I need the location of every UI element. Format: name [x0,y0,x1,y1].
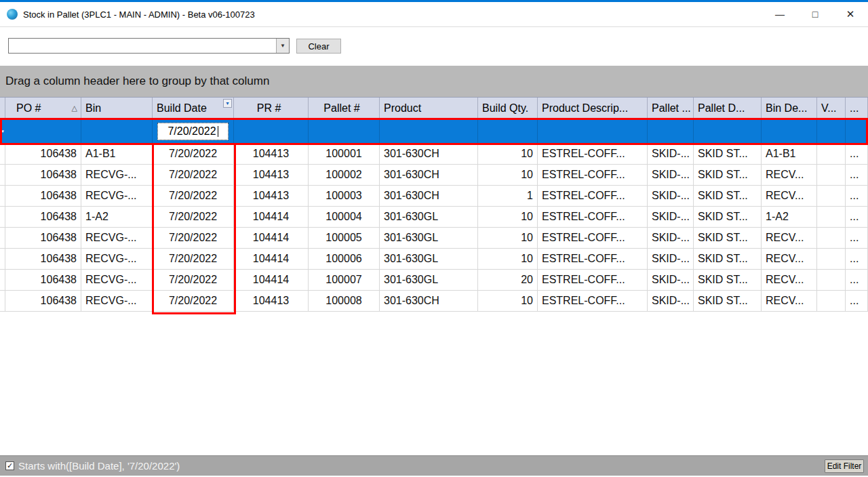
cell-build-date[interactable]: 7/20/2022 [153,144,234,164]
cell-product[interactable]: 301-630GL [380,207,478,227]
cell-po[interactable]: 106438 [5,291,81,311]
cell-product[interactable]: 301-630GL [380,228,478,248]
cell-product[interactable]: 301-630CH [380,291,478,311]
cell-pallet[interactable]: 100008 [309,291,380,311]
table-row[interactable]: 106438RECVG-...7/20/2022104414100005301-… [0,228,868,249]
table-row[interactable]: 106438RECVG-...7/20/2022104413100003301-… [0,186,868,207]
cell-v[interactable] [817,249,846,269]
cell-bin[interactable]: RECVG-... [81,228,153,248]
cell-po[interactable]: 106438 [5,270,81,290]
cell-pr[interactable]: 104413 [234,144,309,164]
cell-more[interactable]: ... [846,165,868,185]
cell-product-descrip[interactable]: ESTREL-COFF... [538,207,648,227]
cell-pallet[interactable]: SKID-... [648,207,694,227]
filter-cell-pallet-d[interactable] [694,119,762,144]
cell-build-qty[interactable]: 10 [478,291,538,311]
cell-product-descrip[interactable]: ESTREL-COFF... [538,228,648,248]
cell-build-date[interactable]: 7/20/2022 [153,249,234,269]
cell-more[interactable]: ... [846,291,868,311]
cell-build-qty[interactable]: 10 [478,228,538,248]
cell-bin-de[interactable]: A1-B1 [762,144,817,164]
cell-pallet[interactable]: SKID-... [648,144,694,164]
cell-build-qty[interactable]: 10 [478,249,538,269]
cell-build-qty[interactable]: 1 [478,186,538,206]
table-row[interactable]: 106438RECVG-...7/20/2022104414100006301-… [0,249,868,270]
filter-cell-po[interactable] [5,119,81,144]
filter-cell-bin[interactable] [81,119,153,144]
cell-bin-de[interactable]: RECV... [762,186,817,206]
filter-cell-v[interactable] [817,119,846,144]
cell-product-descrip[interactable]: ESTREL-COFF... [538,249,648,269]
cell-po[interactable]: 106438 [5,249,81,269]
cell-pallet[interactable]: 100003 [309,186,380,206]
cell-pallet[interactable]: 100007 [309,270,380,290]
filter-cell-build-date[interactable]: 7/20/2022 [153,119,234,144]
filter-cell-build-qty[interactable] [478,119,538,144]
cell-po[interactable]: 106438 [5,165,81,185]
table-row[interactable]: 106438RECVG-...7/20/2022104413100008301-… [0,291,868,312]
cell-build-date[interactable]: 7/20/2022 [153,228,234,248]
cell-pallet[interactable]: 100004 [309,207,380,227]
filter-cell-product-descrip[interactable] [538,119,648,144]
cell-pallet[interactable]: SKID-... [648,291,694,311]
cell-pallet-d[interactable]: SKID ST... [694,144,762,164]
cell-pallet[interactable]: SKID-... [648,249,694,269]
cell-product[interactable]: 301-630CH [380,186,478,206]
cell-build-qty[interactable]: 20 [478,270,538,290]
cell-build-qty[interactable]: 10 [478,144,538,164]
cell-more[interactable]: ... [846,144,868,164]
cell-bin[interactable]: RECVG-... [81,165,153,185]
cell-pallet[interactable]: SKID-... [648,228,694,248]
close-button[interactable]: ✕ [833,2,868,26]
column-header-po[interactable]: PO #△ [5,98,81,119]
cell-bin[interactable]: RECVG-... [81,186,153,206]
group-by-panel[interactable]: Drag a column header here to group by th… [0,66,868,97]
table-row[interactable]: 106438RECVG-...7/20/2022104413100002301-… [0,165,868,186]
cell-pallet-d[interactable]: SKID ST... [694,249,762,269]
cell-more[interactable]: ... [846,207,868,227]
cell-bin[interactable]: 1-A2 [81,207,153,227]
cell-build-date[interactable]: 7/20/2022 [153,165,234,185]
filter-cell-product[interactable] [380,119,478,144]
cell-pallet-d[interactable]: SKID ST... [694,291,762,311]
cell-pallet-d[interactable]: SKID ST... [694,165,762,185]
cell-pallet-d[interactable]: SKID ST... [694,186,762,206]
cell-bin[interactable]: RECVG-... [81,270,153,290]
cell-pr[interactable]: 104413 [234,186,309,206]
cell-bin-de[interactable]: 1-A2 [762,207,817,227]
cell-v[interactable] [817,270,846,290]
cell-bin[interactable]: RECVG-... [81,291,153,311]
column-header-bin-de[interactable]: Bin De... [762,98,817,119]
filter-cell-more[interactable] [846,119,868,144]
cell-pallet-d[interactable]: SKID ST... [694,270,762,290]
combobox-dropdown-icon[interactable]: ▼ [276,39,289,53]
cell-product-descrip[interactable]: ESTREL-COFF... [538,270,648,290]
cell-product-descrip[interactable]: ESTREL-COFF... [538,186,648,206]
cell-build-date[interactable]: 7/20/2022 [153,270,234,290]
cell-pr[interactable]: 104414 [234,228,309,248]
cell-product-descrip[interactable]: ESTREL-COFF... [538,165,648,185]
cell-pallet-d[interactable]: SKID ST... [694,228,762,248]
cell-pallet[interactable]: 100002 [309,165,380,185]
column-header-bin[interactable]: Bin [81,98,153,119]
cell-product[interactable]: 301-630CH [380,165,478,185]
cell-bin[interactable]: RECVG-... [81,249,153,269]
cell-pallet[interactable]: 100001 [309,144,380,164]
cell-v[interactable] [817,228,846,248]
cell-bin-de[interactable]: RECV... [762,165,817,185]
cell-build-date[interactable]: 7/20/2022 [153,186,234,206]
cell-v[interactable] [817,165,846,185]
column-header-v[interactable]: V... [817,98,846,119]
column-filter-icon[interactable]: ▼ [223,99,232,108]
cell-product-descrip[interactable]: ESTREL-COFF... [538,291,648,311]
lookup-combobox[interactable]: ▼ [8,38,290,54]
filter-cell-pr[interactable] [234,119,309,144]
cell-pallet[interactable]: 100006 [309,249,380,269]
cell-pr[interactable]: 104414 [234,270,309,290]
cell-bin-de[interactable]: RECV... [762,228,817,248]
cell-pallet-d[interactable]: SKID ST... [694,207,762,227]
cell-po[interactable]: 106438 [5,207,81,227]
cell-v[interactable] [817,291,846,311]
cell-pr[interactable]: 104413 [234,291,309,311]
cell-more[interactable]: ... [846,270,868,290]
